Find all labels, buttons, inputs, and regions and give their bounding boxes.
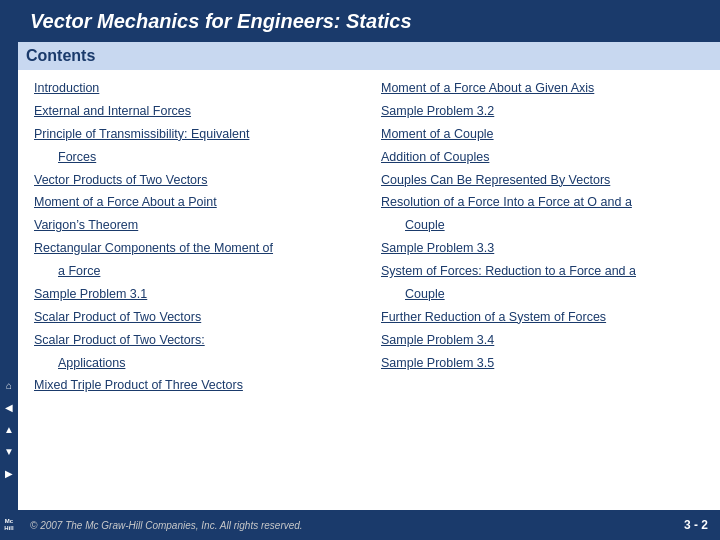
toc-item-introduction[interactable]: Introduction: [34, 80, 357, 97]
logo-area: McHill: [0, 510, 18, 540]
toc-left-column: Introduction External and Internal Force…: [34, 80, 369, 502]
contents-label: Contents: [26, 47, 95, 65]
toc-item-moment-force-point[interactable]: Moment of a Force About a Point: [34, 194, 357, 211]
toc-item-sample-problem-33[interactable]: Sample Problem 3.3: [381, 240, 704, 257]
app-header: Vector Mechanics for Engineers: Statics: [18, 0, 720, 42]
app-title: Vector Mechanics for Engineers: Statics: [30, 10, 412, 33]
toc-item-principle-transmissibility-forces[interactable]: Forces: [58, 149, 357, 166]
toc-item-moment-couple[interactable]: Moment of a Couple: [381, 126, 704, 143]
toc-item-sample-problem-31[interactable]: Sample Problem 3.1: [34, 286, 357, 303]
copyright-text: © 2007 The Mc Graw-Hill Companies, Inc. …: [30, 520, 303, 531]
forward-icon[interactable]: ▶: [2, 466, 16, 480]
home-icon[interactable]: ⌂: [2, 378, 16, 392]
toc-item-resolution-force-couple[interactable]: Couple: [405, 217, 704, 234]
toc-item-vector-products[interactable]: Vector Products of Two Vectors: [34, 172, 357, 189]
contents-bar: Contents: [18, 42, 720, 70]
toc-item-moment-force-axis[interactable]: Moment of a Force About a Given Axis: [381, 80, 704, 97]
next-icon[interactable]: ▼: [2, 444, 16, 458]
toc-main: Introduction External and Internal Force…: [18, 70, 720, 510]
footer: © 2007 The Mc Graw-Hill Companies, Inc. …: [18, 510, 720, 540]
toc-item-system-forces-reduction[interactable]: System of Forces: Reduction to a Force a…: [381, 263, 704, 280]
toc-item-sample-problem-32[interactable]: Sample Problem 3.2: [381, 103, 704, 120]
toc-item-sample-problem-34[interactable]: Sample Problem 3.4: [381, 332, 704, 349]
toc-item-rectangular-components[interactable]: Rectangular Components of the Moment of: [34, 240, 357, 257]
toc-item-varigons-theorem[interactable]: Varigon’s Theorem: [34, 217, 357, 234]
toc-item-principle-transmissibility[interactable]: Principle of Transmissibility: Equivalen…: [34, 126, 357, 143]
mcgraw-hill-logo: McHill: [4, 518, 13, 531]
prev-icon[interactable]: ▲: [2, 422, 16, 436]
back-icon[interactable]: ◀: [2, 400, 16, 414]
sidebar: ⌂ ◀ ▲ ▼ ▶: [0, 0, 18, 540]
toc-item-scalar-product-two-vectors[interactable]: Scalar Product of Two Vectors: [34, 309, 357, 326]
toc-item-scalar-product-applications[interactable]: Scalar Product of Two Vectors:: [34, 332, 357, 349]
toc-item-external-internal-forces[interactable]: External and Internal Forces: [34, 103, 357, 120]
toc-right-column: Moment of a Force About a Given Axis Sam…: [369, 80, 704, 502]
toc-item-sample-problem-35[interactable]: Sample Problem 3.5: [381, 355, 704, 372]
toc-item-couples-represented[interactable]: Couples Can Be Represented By Vectors: [381, 172, 704, 189]
toc-item-mixed-triple-product[interactable]: Mixed Triple Product of Three Vectors: [34, 377, 357, 394]
toc-item-addition-couples[interactable]: Addition of Couples: [381, 149, 704, 166]
toc-item-scalar-product-applications2[interactable]: Applications: [58, 355, 357, 372]
toc-item-rectangular-components-force[interactable]: a Force: [58, 263, 357, 280]
toc-item-system-forces-couple[interactable]: Couple: [405, 286, 704, 303]
toc-item-resolution-force[interactable]: Resolution of a Force Into a Force at O …: [381, 194, 704, 211]
toc-item-further-reduction[interactable]: Further Reduction of a System of Forces: [381, 309, 704, 326]
page-number: 3 - 2: [684, 518, 708, 532]
